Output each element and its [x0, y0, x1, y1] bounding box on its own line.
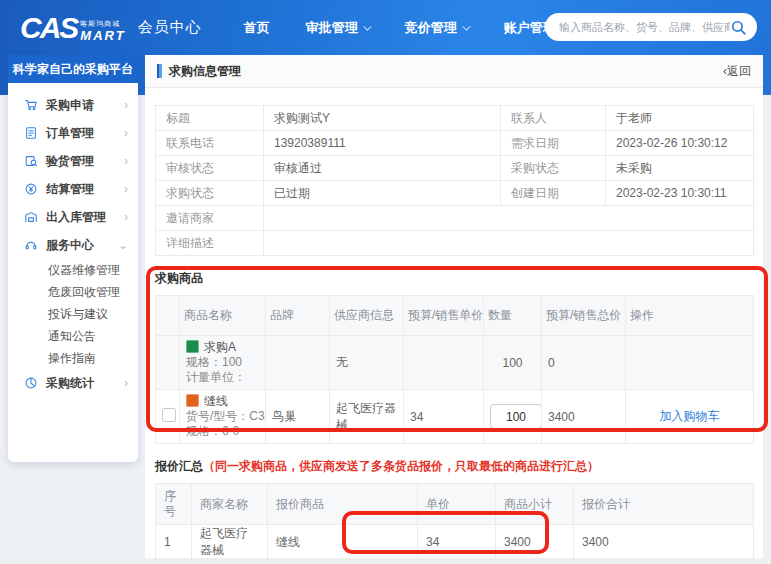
search-box	[545, 13, 757, 41]
quotes-note: （同一求购商品，供应商发送了多条货品报价，只取最低的商品进行汇总）	[203, 459, 599, 473]
table-row: 审核状态 审核通过 采购状态 未采购	[156, 156, 754, 181]
sidebar-menu: 采购申请 › 订单管理 › 验货管理 › 结算	[8, 83, 138, 397]
nav-item-home[interactable]: 首页	[244, 19, 270, 37]
sidebar-item-purchase-stats[interactable]: 采购统计 ›	[8, 369, 138, 397]
quotes-header-row: 序号 商家名称 报价商品 单价 商品小计 报价合计	[156, 484, 754, 525]
table-row: 邀请商家	[156, 206, 754, 231]
logo[interactable]: CAS 喀斯玛商城 MART 会员中心	[20, 13, 202, 43]
nav-item-approval[interactable]: 审批管理	[306, 19, 369, 37]
cart-icon	[24, 98, 38, 112]
logo-mart-text: MART	[80, 29, 125, 42]
top-header: CAS 喀斯玛商城 MART 会员中心 首页 审批管理 竞价管理 账户管理	[0, 0, 771, 55]
stats-icon	[24, 376, 38, 390]
product-thumbnail	[186, 394, 199, 407]
table-row: 求购状态 已过期 创建日期 2023-02-23 10:30:11	[156, 181, 754, 206]
sidebar-item-settlement-management[interactable]: 结算管理 ›	[8, 175, 138, 203]
main-nav: 首页 审批管理 竞价管理 账户管理	[244, 19, 567, 37]
settlement-icon	[24, 182, 38, 196]
product-row: 求购A 规格：100 计量单位： 无 100 0	[156, 336, 754, 390]
inspect-icon	[24, 154, 38, 168]
chevron-down-icon	[462, 22, 470, 30]
sidebar-item-order-management[interactable]: 订单管理 ›	[8, 119, 138, 147]
sidebar-subitem-instrument-repair[interactable]: 仪器维修管理	[8, 259, 138, 281]
sidebar-item-purchase-apply[interactable]: 采购申请 ›	[8, 91, 138, 119]
sidebar-title: 科学家自己的采购平台	[8, 55, 138, 83]
back-link[interactable]: ‹返回	[723, 63, 751, 80]
search-input[interactable]	[559, 21, 730, 33]
products-section-title: 求购商品	[155, 270, 753, 287]
page-title: 求购信息管理	[169, 63, 241, 80]
products-header-row: 商品名称 品牌 供应商信息 预算/销售单价 数量 预算/销售总价 操作	[156, 296, 754, 336]
sidebar: 科学家自己的采购平台 采购申请 › 订单管理 › 验货管理	[8, 55, 138, 462]
sidebar-subitem-guide[interactable]: 操作指南	[8, 347, 138, 369]
quotes-table: 序号 商家名称 报价商品 单价 商品小计 报价合计 1 起飞医疗器械 缝线 34…	[155, 483, 754, 560]
order-icon	[24, 126, 38, 140]
table-row: 标题 求购测试Y 联系人 于老师	[156, 106, 754, 131]
sidebar-subitem-hazardous-waste[interactable]: 危废回收管理	[8, 281, 138, 303]
quotes-section-title: 报价汇总（同一求购商品，供应商发送了多条货品报价，只取最低的商品进行汇总）	[155, 458, 753, 475]
chevron-down-icon	[363, 22, 371, 30]
member-center-label: 会员中心	[138, 18, 202, 37]
product-thumbnail	[186, 340, 199, 353]
sidebar-subitem-notices[interactable]: 通知公告	[8, 325, 138, 347]
title-bar-icon	[157, 64, 162, 78]
quote-row: 1 起飞医疗器械 缝线 34 3400 3400	[156, 525, 754, 560]
sidebar-item-service-center[interactable]: 服务中心 ⌄	[8, 231, 138, 259]
service-submenu: 仪器维修管理 危废回收管理 投诉与建议 通知公告 操作指南	[8, 259, 138, 369]
quantity-input[interactable]	[490, 404, 542, 429]
products-table: 商品名称 品牌 供应商信息 预算/销售单价 数量 预算/销售总价 操作 求购A …	[155, 295, 754, 444]
main-panel: 求购信息管理 ‹返回 标题 求购测试Y 联系人 于老师 联系电话 1392038…	[145, 55, 763, 558]
product-row: 缝线 货号/型号：C300 规格：6-0 鸟巢 起飞医疗器械 34 3400 加…	[156, 390, 754, 444]
sidebar-subitem-complaints[interactable]: 投诉与建议	[8, 303, 138, 325]
sidebar-item-warehouse-management[interactable]: 出入库管理 ›	[8, 203, 138, 231]
warehouse-icon	[24, 210, 38, 224]
table-row: 联系电话 13920389111 需求日期 2023-02-26 10:30:1…	[156, 131, 754, 156]
headset-icon	[24, 238, 38, 252]
table-row: 详细描述	[156, 231, 754, 256]
nav-item-bidding[interactable]: 竞价管理	[405, 19, 468, 37]
product-checkbox[interactable]	[162, 408, 176, 422]
request-info-table: 标题 求购测试Y 联系人 于老师 联系电话 13920389111 需求日期 2…	[155, 105, 754, 256]
sidebar-item-inspection-management[interactable]: 验货管理 ›	[8, 147, 138, 175]
add-to-cart-link[interactable]: 加入购物车	[660, 409, 720, 423]
logo-cas-text: CAS	[20, 13, 77, 43]
logo-sub: 喀斯玛商城 MART	[80, 19, 125, 42]
search-icon[interactable]	[730, 19, 747, 36]
panel-title-bar: 求购信息管理 ‹返回	[145, 55, 763, 88]
page: CAS 喀斯玛商城 MART 会员中心 首页 审批管理 竞价管理 账户管理 科学…	[0, 0, 771, 564]
